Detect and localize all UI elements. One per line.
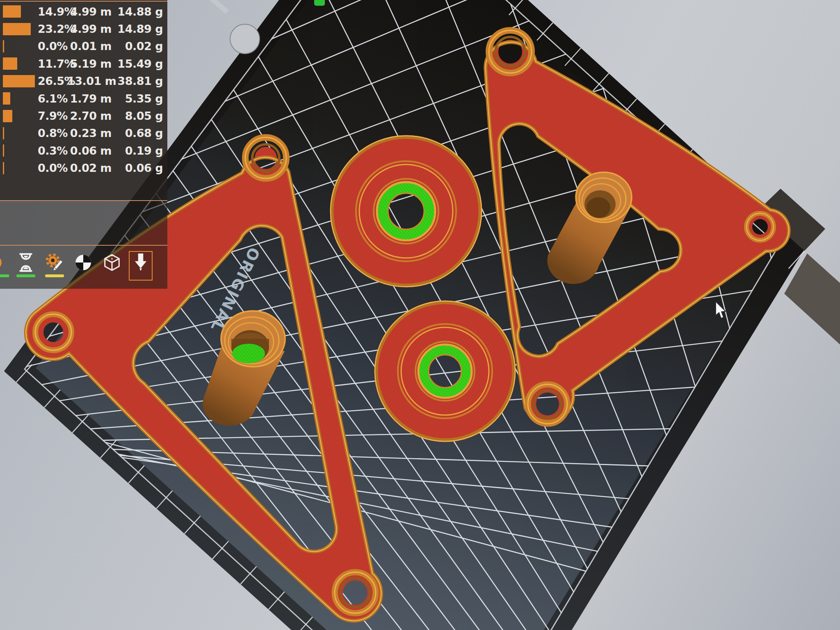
feature-percentage: 7.9% — [38, 110, 67, 122]
feature-weight: 5.35 g — [112, 92, 163, 105]
cropped-toolbar-icon — [314, 0, 325, 6]
legend-separator-1 — [0, 200, 167, 201]
gear-pencil-icon[interactable] — [43, 251, 66, 281]
feature-percentage: 0.8% — [38, 127, 67, 139]
feature-usage-row: 26.5%13.01 m38.81 g — [0, 73, 167, 90]
feature-length: 1.79 m — [67, 92, 112, 105]
feature-length: 2.70 m — [67, 110, 112, 122]
hourglass-icon[interactable] — [14, 251, 38, 281]
feature-length: 0.02 m — [67, 162, 112, 174]
legend-separator-top — [0, 1, 167, 2]
travel-download-icon[interactable] — [129, 251, 153, 281]
feature-usage-bar — [3, 127, 4, 139]
feature-length: 5.19 m — [67, 57, 112, 70]
feature-usage-table: 14.9%4.99 m14.88 g23.2%4.99 m14.89 g0.0%… — [0, 3, 167, 177]
feature-usage-row: 14.9%4.99 m14.88 g — [0, 3, 167, 20]
feature-weight: 14.89 g — [112, 23, 163, 35]
feature-weight: 0.19 g — [112, 144, 163, 157]
feature-weight: 15.49 g — [112, 57, 163, 70]
sheet-notch — [210, 0, 229, 14]
feature-weight: 0.68 g — [112, 127, 163, 139]
gcode-legend-panel: 14.9%4.99 m14.88 g23.2%4.99 m14.89 g0.0%… — [0, 0, 167, 289]
feature-usage-row: 0.0%0.01 m0.02 g — [0, 38, 167, 55]
filament-icon[interactable] — [0, 251, 9, 281]
feature-usage-row: 11.7%5.19 m15.49 g — [0, 55, 167, 72]
feature-usage-row: 6.1%1.79 m5.35 g — [0, 90, 167, 107]
feature-usage-bar — [3, 110, 12, 122]
feature-percentage: 6.1% — [38, 92, 67, 105]
feature-weight: 8.05 g — [112, 110, 163, 122]
feature-percentage: 23.2% — [38, 23, 67, 35]
feature-length: 4.99 m — [67, 23, 112, 35]
feature-usage-bar — [3, 40, 4, 52]
feature-usage-row: 0.0%0.02 m0.06 g — [0, 160, 167, 177]
feature-usage-row: 7.9%2.70 m8.05 g — [0, 107, 167, 124]
slicer-viewport[interactable]: ORIGINAL — [0, 0, 840, 630]
feature-percentage: 0.0% — [38, 40, 67, 52]
feature-usage-row: 0.3%0.06 m0.19 g — [0, 142, 167, 159]
feature-weight: 0.06 g — [112, 162, 163, 174]
feature-weight: 14.88 g — [112, 5, 163, 18]
feature-length: 0.23 m — [67, 127, 112, 139]
feature-usage-row: 0.8%0.23 m0.68 g — [0, 125, 167, 142]
legend-separator-2 — [0, 245, 167, 246]
feature-percentage: 11.7% — [38, 57, 67, 70]
feature-usage-bar — [3, 57, 17, 70]
feature-length: 0.06 m — [67, 144, 112, 157]
legend-view-toolbar — [0, 251, 153, 281]
feature-length: 0.01 m — [67, 40, 112, 52]
feature-percentage: 0.3% — [38, 144, 67, 157]
feature-usage-bar — [3, 162, 4, 174]
feature-percentage: 26.5% — [38, 75, 67, 87]
feature-weight: 38.81 g — [112, 75, 163, 87]
feature-percentage: 14.9% — [38, 5, 67, 18]
feature-usage-bar — [3, 23, 31, 35]
feature-usage-bar — [3, 144, 4, 157]
feature-length: 4.99 m — [67, 5, 112, 18]
center-of-mass-icon[interactable] — [71, 251, 95, 281]
feature-percentage: 0.0% — [38, 162, 67, 174]
feature-usage-bar — [3, 75, 35, 87]
feature-weight: 0.02 g — [112, 40, 163, 52]
feature-length: 13.01 m — [67, 75, 112, 87]
shells-cube-icon[interactable] — [100, 251, 124, 281]
sheet-mount-hole — [230, 24, 260, 54]
feature-usage-bar — [3, 5, 21, 18]
feature-usage-bar — [3, 92, 10, 105]
feature-usage-row: 23.2%4.99 m14.89 g — [0, 20, 167, 37]
